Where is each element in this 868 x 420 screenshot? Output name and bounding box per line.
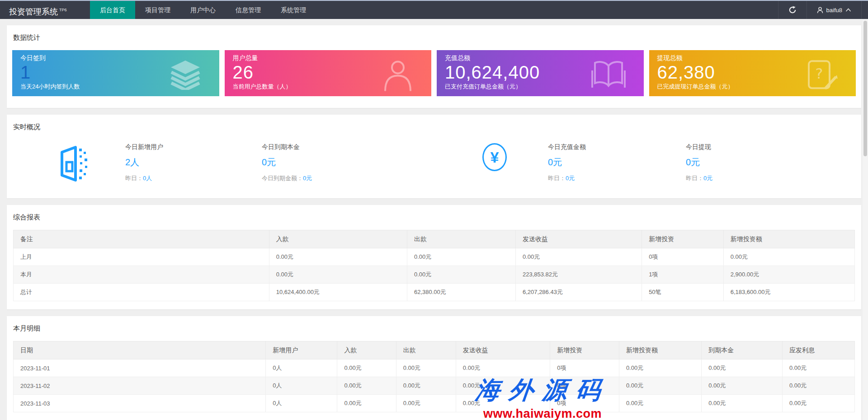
nav-item-users[interactable]: 用户中心 [180,1,226,19]
stat-label: 今日充值金额 [548,143,586,151]
nav-item-dashboard[interactable]: 后台首页 [90,1,135,19]
app-version: TP6 [59,8,67,12]
table-cell: 0.00元 [269,248,407,266]
refresh-button[interactable] [778,1,807,19]
stat-card-recharge-total: 充值总额 10,624,400 已支付充值订单总金额（元） [437,50,644,96]
stat-label: 今日新增用户 [125,143,163,151]
table-cell: 0.00元 [269,266,407,284]
table-cell: 0.00元 [456,359,550,377]
realtime-stat-new-users: 今日新增用户 2人 昨日：0人 [125,143,163,182]
scrollbar-thumb[interactable] [863,21,867,156]
table-cell: 2023-11-01 [14,359,266,377]
summary-table: 备注 入款 出款 发送收益 新增投资 新增投资额 上月0.00元0.00元0.0… [13,230,855,301]
username: baifu8 [826,7,842,14]
column-header: 日期 [14,341,266,359]
column-header: 发送收益 [516,230,642,248]
column-header: 入款 [337,341,396,359]
column-header: 应发利息 [782,341,854,359]
stats-panel: 数据统计 今日签到 1 当天24小时内签到人数 用户总量 26 当前用户总数量（… [7,25,861,108]
table-cell: 0人 [266,377,337,395]
monthly-detail-panel: 本月明细 日期 新增用户 入款 出款 发送收益 新增投资 新增投资额 到期本金 … [7,316,861,420]
yen-circle-icon: ¥ [482,143,507,171]
refresh-icon [788,6,797,14]
building-icon [54,144,92,183]
column-header: 出款 [407,230,515,248]
realtime-row: 今日新增用户 2人 昨日：0人 今日到期本金 0元 今日到期金额：0元 ¥ 今日… [12,143,856,189]
user-icon [817,7,823,14]
realtime-stat-withdraw: 今日提现 0元 昨日：0元 [686,143,712,182]
layers-icon [169,60,202,90]
table-cell: 0.00元 [619,377,701,395]
stat-sub: 昨日：0元 [548,174,586,182]
table-cell: 0人 [266,395,337,412]
table-cell: 62,380.00元 [407,284,515,301]
table-cell: 0.00元 [702,359,783,377]
nav-item-system[interactable]: 系统管理 [271,1,316,19]
svg-text:?: ? [816,65,823,82]
table-cell: 0项 [550,377,619,395]
chevron-up-icon [845,8,851,12]
table-cell: 总计 [14,284,269,301]
app-logo[interactable]: 投资管理系统TP6 [0,1,90,19]
column-header: 新增用户 [266,341,337,359]
table-cell: 0人 [266,359,337,377]
column-header: 出款 [396,341,456,359]
table-cell: 6,207,286.43元 [516,284,642,301]
stat-label: 今日到期本金 [262,143,312,151]
table-cell: 0.00元 [337,395,396,412]
top-nav: 投资管理系统TP6 后台首页 项目管理 用户中心 信息管理 系统管理 baifu… [0,0,868,19]
stat-value: 0元 [548,156,586,168]
stat-card-withdraw-total: 提现总额 62,380 已完成提现订单总金额（元） ? [649,50,856,96]
table-cell: 2023-11-02 [14,377,266,395]
table-cell: 10,624,400.00元 [269,284,407,301]
user-menu[interactable]: baifu8 [807,1,862,19]
table-cell: 0.00元 [396,359,456,377]
stat-sub: 今日到期金额：0元 [262,174,312,182]
summary-report-panel: 综合报表 备注 入款 出款 发送收益 新增投资 新增投资额 上月0.00元0.0… [7,205,861,309]
nav-item-information[interactable]: 信息管理 [226,1,271,19]
table-cell: 0.00元 [337,377,396,395]
table-cell: 6,183,600.00元 [723,284,854,301]
nav-item-projects[interactable]: 项目管理 [135,1,180,19]
summary-panel-title: 综合报表 [13,213,855,222]
table-cell: 1项 [642,266,724,284]
stat-sub: 昨日：0元 [686,174,712,182]
table-cell: 0项 [550,359,619,377]
table-row: 2023-11-020人0.00元0.00元0.00元0项0.00元0.00元0… [14,377,855,395]
app-title: 投资管理系统 [9,7,58,16]
scrollbar-track[interactable] [863,20,868,420]
table-cell: 223,853.82元 [516,266,642,284]
realtime-panel: 实时概况 今日新增用户 2人 昨日：0人 今日到期本 [7,115,861,198]
document-edit-icon: ? [805,59,839,91]
table-cell: 0.00元 [619,359,701,377]
stat-value: 0元 [262,156,312,168]
column-header: 备注 [14,230,269,248]
table-cell: 0项 [550,395,619,412]
table-cell: 0项 [642,248,724,266]
table-cell: 0.00元 [619,395,701,412]
column-header: 发送收益 [456,341,550,359]
detail-table: 日期 新增用户 入款 出款 发送收益 新增投资 新增投资额 到期本金 应发利息 … [13,341,855,412]
table-row: 上月0.00元0.00元0.00元0项0.00元 [14,248,855,266]
table-header-row: 日期 新增用户 入款 出款 发送收益 新增投资 新增投资额 到期本金 应发利息 [14,341,855,359]
table-cell: 本月 [14,266,269,284]
table-row: 总计10,624,400.00元62,380.00元6,207,286.43元5… [14,284,855,301]
table-cell: 0.00元 [407,248,515,266]
column-header: 入款 [269,230,407,248]
realtime-panel-title: 实时概况 [13,123,855,131]
table-cell: 0.00元 [456,395,550,412]
stat-label: 今日提现 [686,143,712,151]
column-header: 新增投资 [642,230,724,248]
stat-value: 0元 [686,156,712,168]
user-icon [382,58,414,92]
column-header: 新增投资额 [619,341,701,359]
table-cell: 0.00元 [782,359,854,377]
column-header: 新增投资 [550,341,619,359]
stat-sub: 昨日：0人 [125,174,163,182]
main-content: 数据统计 今日签到 1 当天24小时内签到人数 用户总量 26 当前用户总数量（… [0,19,868,420]
table-row: 2023-11-010人0.00元0.00元0.00元0项0.00元0.00元0… [14,359,855,377]
table-cell: 上月 [14,248,269,266]
table-cell: 0.00元 [516,248,642,266]
table-cell: 0.00元 [407,266,515,284]
table-header-row: 备注 入款 出款 发送收益 新增投资 新增投资额 [14,230,855,248]
